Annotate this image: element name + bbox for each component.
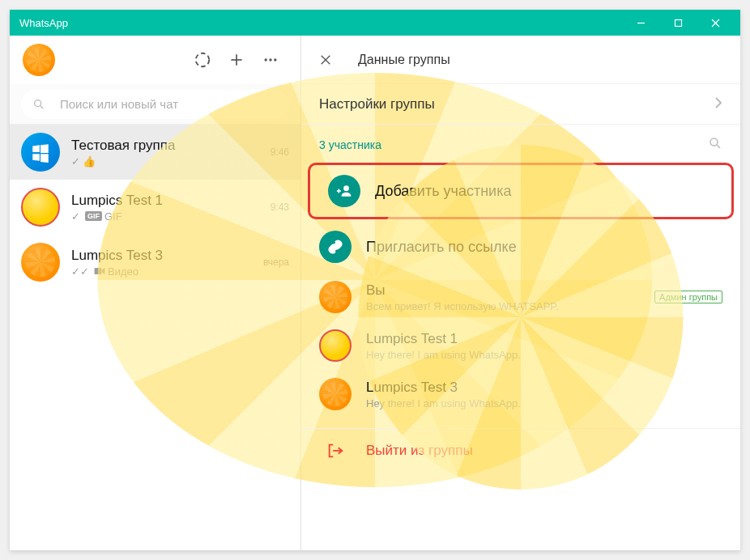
delivered-check-icon: ✓ (71, 155, 80, 168)
close-group-info-button[interactable] (316, 50, 335, 70)
svg-rect-1 (675, 19, 681, 26)
svg-point-17 (343, 185, 349, 191)
chat-list-pane: Поиск или новый чат Тестовая группа ✓ 👍 (10, 36, 301, 550)
chat-avatar (21, 243, 60, 282)
svg-point-7 (265, 58, 267, 61)
chat-avatar (21, 133, 60, 172)
svg-point-9 (274, 58, 276, 61)
group-settings-label: Настройки группы (319, 96, 714, 112)
titlebar: WhatsApp (10, 10, 740, 36)
window-close-button[interactable] (697, 10, 734, 36)
titlebar-title: WhatsApp (16, 17, 622, 29)
user-avatar[interactable] (23, 44, 55, 76)
member-avatar (319, 329, 352, 362)
svg-point-15 (710, 138, 718, 146)
group-info-title: Данные группы (358, 53, 450, 67)
group-settings-row[interactable]: Настройки группы (301, 84, 740, 125)
delivered-check-icon: ✓ (71, 210, 80, 223)
search-members-button[interactable] (708, 136, 722, 153)
svg-point-10 (35, 100, 41, 106)
menu-button[interactable] (254, 44, 288, 76)
chat-list: Тестовая группа ✓ 👍 9:46 Lumpics Test 1 (10, 125, 300, 550)
member-avatar (319, 378, 352, 410)
member-row-lumpics-test-1[interactable]: Lumpics Test 1 Hey there! I am using Wha… (301, 321, 740, 370)
svg-line-11 (40, 106, 43, 108)
chevron-right-icon (714, 96, 722, 112)
new-chat-button[interactable] (219, 44, 254, 76)
app-window: WhatsApp (10, 10, 740, 550)
chat-item-lumpics-test-1[interactable]: Lumpics Test 1 ✓ GIF GIF 9:43 (10, 180, 300, 235)
search-icon (32, 98, 45, 111)
content-area: Поиск или новый чат Тестовая группа ✓ 👍 (10, 36, 740, 550)
window-minimize-button[interactable] (622, 10, 659, 36)
left-header (10, 36, 300, 84)
chat-sub-text: 👍 (83, 155, 96, 168)
status-icon-button[interactable] (185, 44, 219, 76)
exit-icon (319, 442, 352, 460)
chat-avatar (21, 188, 60, 227)
svg-point-4 (196, 53, 210, 67)
link-icon (319, 231, 352, 263)
gif-badge-icon: GIF (85, 211, 102, 221)
svg-point-8 (269, 58, 271, 61)
group-info-body: Настройки группы 3 участника (301, 84, 740, 550)
window-maximize-button[interactable] (659, 10, 697, 36)
member-avatar (319, 281, 352, 313)
add-person-icon (328, 175, 360, 207)
svg-line-16 (717, 145, 720, 148)
group-info-pane: Данные группы Настройки группы 3 участни… (301, 36, 740, 550)
search-placeholder: Поиск или новый чат (60, 97, 178, 111)
read-check-icon: ✓✓ (71, 265, 89, 278)
